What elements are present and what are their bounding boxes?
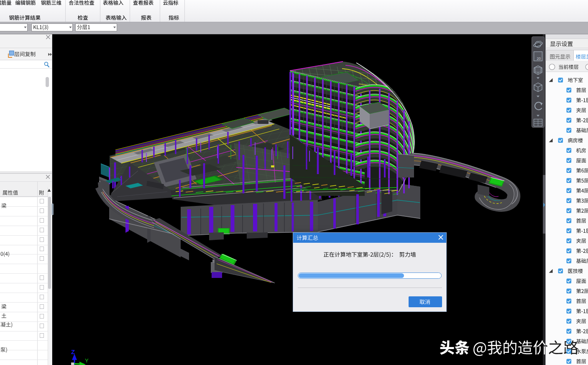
svg-text:Y: Y — [85, 357, 89, 364]
svg-text:Z: Z — [71, 348, 75, 355]
